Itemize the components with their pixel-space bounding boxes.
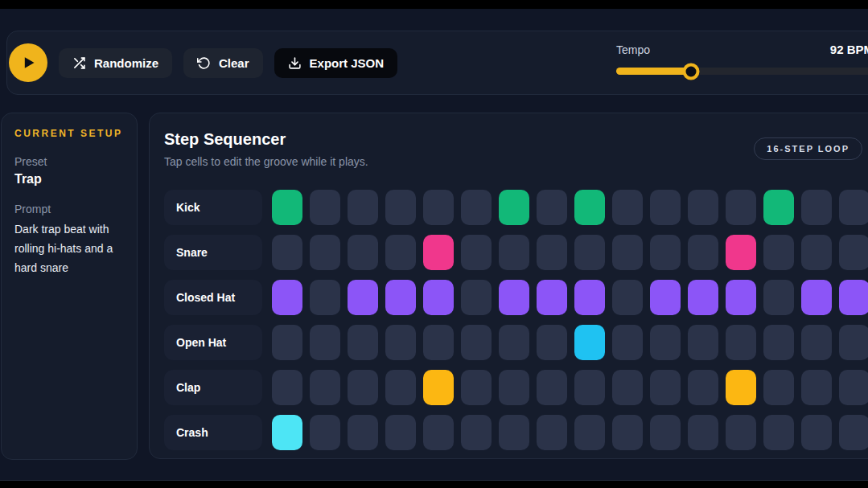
step-cell[interactable] <box>423 415 454 450</box>
step-cell[interactable] <box>385 280 416 315</box>
step-cell[interactable] <box>650 280 681 315</box>
step-cell[interactable] <box>272 280 302 315</box>
clear-button[interactable]: Clear <box>183 48 263 78</box>
step-cell[interactable] <box>537 370 567 405</box>
step-cell[interactable] <box>650 370 681 405</box>
step-cell[interactable] <box>499 190 529 225</box>
step-cell[interactable] <box>272 235 302 270</box>
step-cell[interactable] <box>310 325 340 360</box>
step-cell[interactable] <box>839 415 868 450</box>
step-cell[interactable] <box>763 325 794 360</box>
step-cell[interactable] <box>385 370 416 405</box>
step-cell[interactable] <box>423 325 454 360</box>
step-cell[interactable] <box>839 325 868 360</box>
step-cell[interactable] <box>537 280 567 315</box>
step-cell[interactable] <box>688 235 718 270</box>
step-cell[interactable] <box>650 415 681 450</box>
step-cell[interactable] <box>348 325 378 360</box>
step-cell[interactable] <box>385 235 416 270</box>
step-cell[interactable] <box>688 370 718 405</box>
step-cell[interactable] <box>688 325 718 360</box>
step-cell[interactable] <box>612 370 643 405</box>
step-cell[interactable] <box>272 190 302 225</box>
tempo-slider-thumb[interactable] <box>683 63 700 80</box>
step-cell[interactable] <box>763 415 794 450</box>
step-cell[interactable] <box>726 370 756 405</box>
step-cell[interactable] <box>348 370 378 405</box>
step-cell[interactable] <box>688 190 718 225</box>
step-cell[interactable] <box>726 235 756 270</box>
step-cell[interactable] <box>574 235 605 270</box>
step-cell[interactable] <box>801 415 832 450</box>
step-cell[interactable] <box>763 190 794 225</box>
step-cell[interactable] <box>423 370 454 405</box>
step-cell[interactable] <box>839 280 868 315</box>
step-cell[interactable] <box>574 280 605 315</box>
step-cell[interactable] <box>499 235 529 270</box>
step-cell[interactable] <box>537 415 567 450</box>
step-cell[interactable] <box>499 415 529 450</box>
step-cell[interactable] <box>461 325 492 360</box>
step-cell[interactable] <box>385 190 416 225</box>
step-cell[interactable] <box>650 325 681 360</box>
step-cell[interactable] <box>310 190 340 225</box>
step-cell[interactable] <box>763 370 794 405</box>
step-cell[interactable] <box>650 190 681 225</box>
step-cell[interactable] <box>348 415 378 450</box>
step-cell[interactable] <box>650 235 681 270</box>
step-cell[interactable] <box>348 235 378 270</box>
step-cell[interactable] <box>612 415 643 450</box>
step-cell[interactable] <box>726 280 756 315</box>
step-cell[interactable] <box>612 280 643 315</box>
step-cell[interactable] <box>310 235 340 270</box>
export-json-button[interactable]: Export JSON <box>274 48 398 78</box>
step-cell[interactable] <box>574 190 605 225</box>
step-cell[interactable] <box>348 280 378 315</box>
step-cell[interactable] <box>348 190 378 225</box>
randomize-button[interactable]: Randomize <box>59 48 172 78</box>
step-cell[interactable] <box>726 415 756 450</box>
step-cell[interactable] <box>839 190 868 225</box>
step-cell[interactable] <box>612 235 643 270</box>
step-cell[interactable] <box>499 370 529 405</box>
play-button[interactable] <box>9 43 47 82</box>
step-cell[interactable] <box>612 325 643 360</box>
step-cell[interactable] <box>801 235 832 270</box>
step-cell[interactable] <box>537 190 567 225</box>
step-cell[interactable] <box>461 370 492 405</box>
step-cell[interactable] <box>461 415 492 450</box>
step-cell[interactable] <box>310 370 340 405</box>
step-cell[interactable] <box>839 235 868 270</box>
step-cell[interactable] <box>574 415 605 450</box>
step-cell[interactable] <box>272 370 302 405</box>
step-cell[interactable] <box>574 370 605 405</box>
step-cell[interactable] <box>499 325 529 360</box>
step-cell[interactable] <box>461 190 492 225</box>
step-cell[interactable] <box>726 190 756 225</box>
step-cell[interactable] <box>726 325 756 360</box>
step-cell[interactable] <box>763 235 794 270</box>
step-cell[interactable] <box>537 235 567 270</box>
step-cell[interactable] <box>612 190 643 225</box>
step-cell[interactable] <box>801 190 832 225</box>
step-cell[interactable] <box>499 280 529 315</box>
step-cell[interactable] <box>423 280 454 315</box>
step-cell[interactable] <box>310 415 340 450</box>
step-cell[interactable] <box>310 280 340 315</box>
step-cell[interactable] <box>801 325 832 360</box>
step-cell[interactable] <box>461 235 492 270</box>
step-cell[interactable] <box>423 235 454 270</box>
step-cell[interactable] <box>423 190 454 225</box>
step-cell[interactable] <box>688 415 718 450</box>
step-cell[interactable] <box>688 280 718 315</box>
step-cell[interactable] <box>801 280 832 315</box>
step-cell[interactable] <box>839 370 868 405</box>
tempo-slider[interactable] <box>616 68 868 75</box>
step-cell[interactable] <box>763 280 794 315</box>
step-cell[interactable] <box>574 325 605 360</box>
step-cell[interactable] <box>461 280 492 315</box>
step-cell[interactable] <box>385 415 416 450</box>
step-cell[interactable] <box>272 415 302 450</box>
step-cell[interactable] <box>272 325 302 360</box>
step-cell[interactable] <box>537 325 567 360</box>
